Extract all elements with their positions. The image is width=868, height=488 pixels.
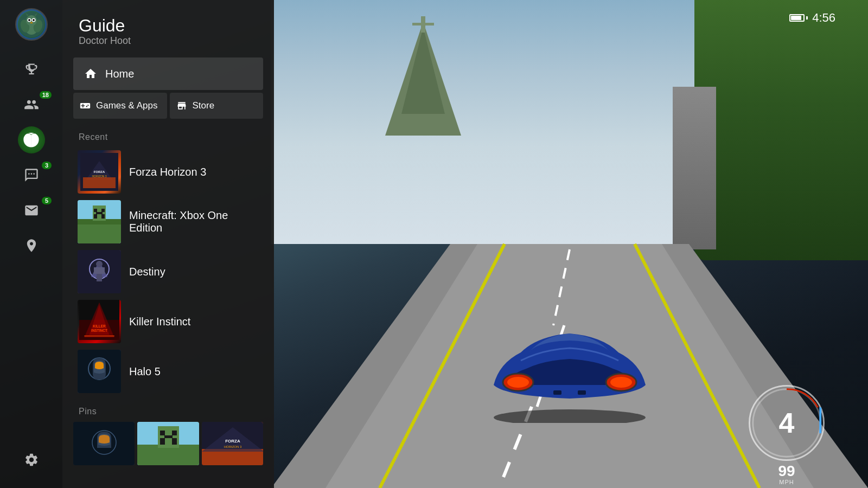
sidebar-item-lfg[interactable] (0, 228, 62, 263)
svg-text:HORIZON 3: HORIZON 3 (92, 175, 106, 178)
destiny-thumbnail (78, 250, 121, 293)
mc-thumb-svg (78, 200, 121, 243)
destiny-thumb-img (78, 250, 121, 293)
svg-point-11 (494, 409, 646, 423)
pin-forza-img: FORZA HORIZON 3 (202, 422, 263, 465)
svg-text:FORZA: FORZA (225, 439, 240, 444)
sidebar-item-xbox-home[interactable] (0, 122, 62, 157)
destiny-name: Destiny (129, 266, 165, 278)
recent-item-halo5[interactable]: Halo 5 (73, 347, 263, 396)
recent-item-killer-instinct[interactable]: KILLER INSTINCT Killer Instinct (73, 297, 263, 346)
svg-rect-41 (94, 209, 97, 212)
ki-thumbnail: KILLER INSTINCT (78, 300, 121, 343)
sidebar-item-friends[interactable]: 18 (0, 87, 62, 122)
speedo-arc-svg (750, 387, 823, 459)
svg-rect-44 (94, 214, 97, 219)
forza-thumbnail: FORZA HORIZON 3 (78, 150, 121, 194)
forza-thumb-svg: FORZA HORIZON 3 (80, 153, 118, 191)
owl-avatar-svg (18, 11, 45, 38)
icon-sidebar: 18 3 5 (0, 0, 62, 488)
forza-name: Forza Horizon 3 (129, 166, 206, 178)
recent-item-destiny[interactable]: Destiny (73, 247, 263, 296)
xbox-logo[interactable] (18, 126, 45, 153)
halo5-thumbnail (78, 350, 121, 393)
svg-text:FORZA: FORZA (94, 170, 105, 174)
store-label: Store (193, 100, 215, 111)
friends-badge: 18 (40, 91, 52, 99)
sidebar-item-messages[interactable]: 5 (0, 192, 62, 228)
speedo-circle: 4 (749, 385, 825, 461)
pin-minecraft[interactable] (137, 422, 199, 465)
battery-body (789, 14, 805, 22)
sidebar-item-achievements[interactable] (0, 52, 62, 87)
svg-rect-42 (101, 209, 105, 212)
battery-icon (789, 14, 808, 22)
svg-point-28 (33, 19, 35, 21)
store-button[interactable]: Store (170, 93, 264, 119)
games-apps-button[interactable]: Games & Apps (73, 93, 167, 119)
guide-panel: Guide Doctor Hoot Home Games & Apps Stor… (62, 0, 274, 488)
sports-car (477, 298, 662, 423)
pins-section: Pins (62, 404, 274, 465)
home-button-label: Home (105, 68, 134, 80)
svg-point-27 (28, 19, 30, 21)
halo5-thumb-img (78, 350, 121, 393)
pin-halo-img (73, 422, 135, 465)
svg-rect-67 (172, 431, 177, 435)
guide-username: Doctor Hoot (79, 35, 258, 47)
trophy-icon (24, 62, 39, 77)
recent-games-list: FORZA HORIZON 3 Forza Horizon 3 (62, 147, 274, 396)
svg-point-15 (610, 377, 632, 388)
battery-fill (791, 16, 801, 20)
friends-icon (24, 97, 39, 112)
minecraft-name: Minecraft: Xbox One Edition (129, 209, 259, 234)
games-apps-label: Games & Apps (96, 100, 157, 111)
speedometer: 4 99 MPH (749, 385, 825, 461)
sidebar-item-settings[interactable] (0, 442, 62, 477)
pin-mc-img (137, 422, 199, 465)
party-chat-icon (24, 168, 39, 183)
home-icon (84, 67, 97, 80)
svg-rect-43 (96, 212, 103, 214)
svg-point-51 (96, 261, 103, 267)
speed-display: 99 MPH (749, 464, 825, 485)
svg-rect-50 (94, 267, 105, 274)
avatar[interactable] (15, 8, 48, 41)
avatar-image (18, 11, 45, 38)
svg-rect-66 (160, 431, 165, 435)
svg-rect-17 (578, 390, 586, 395)
ki-name: Killer Instinct (129, 316, 190, 328)
pin-halo[interactable] (73, 422, 135, 465)
svg-point-13 (507, 377, 529, 388)
speed-value: 99 (778, 464, 795, 479)
messages-badge: 5 (42, 197, 52, 204)
recent-item-forza[interactable]: FORZA HORIZON 3 Forza Horizon 3 (73, 147, 263, 196)
recent-item-minecraft[interactable]: Minecraft: Xbox One Edition (73, 197, 263, 246)
forza-thumb-img: FORZA HORIZON 3 (78, 150, 121, 194)
home-button[interactable]: Home (73, 57, 263, 90)
minecraft-thumbnail (78, 200, 121, 243)
battery-tip (806, 16, 808, 20)
svg-rect-70 (172, 438, 177, 445)
sidebar-item-party[interactable]: 3 (0, 157, 62, 192)
ki-thumb-img: KILLER INSTINCT (78, 300, 121, 343)
pin-mc-svg (137, 422, 199, 465)
svg-text:INSTINCT: INSTINCT (91, 329, 107, 332)
pins-section-label: Pins (62, 404, 274, 422)
svg-rect-45 (101, 214, 105, 219)
ki-thumb-svg: KILLER INSTINCT (79, 300, 119, 342)
svg-rect-38 (78, 222, 121, 243)
hud-time-display: 4:56 (812, 11, 835, 25)
svg-text:HORIZON 3: HORIZON 3 (224, 445, 241, 448)
settings-icon (24, 452, 39, 467)
svg-rect-68 (164, 435, 173, 438)
minecraft-thumb-img (78, 200, 121, 243)
pins-thumbs-row: FORZA HORIZON 3 (62, 422, 274, 465)
lfg-icon (24, 238, 39, 253)
svg-rect-16 (553, 390, 561, 395)
halo5-name: Halo 5 (129, 365, 161, 378)
pin-forza[interactable]: FORZA HORIZON 3 (202, 422, 263, 465)
messages-icon (24, 203, 39, 218)
recent-section-label: Recent (62, 130, 274, 147)
speed-unit: MPH (779, 479, 794, 485)
